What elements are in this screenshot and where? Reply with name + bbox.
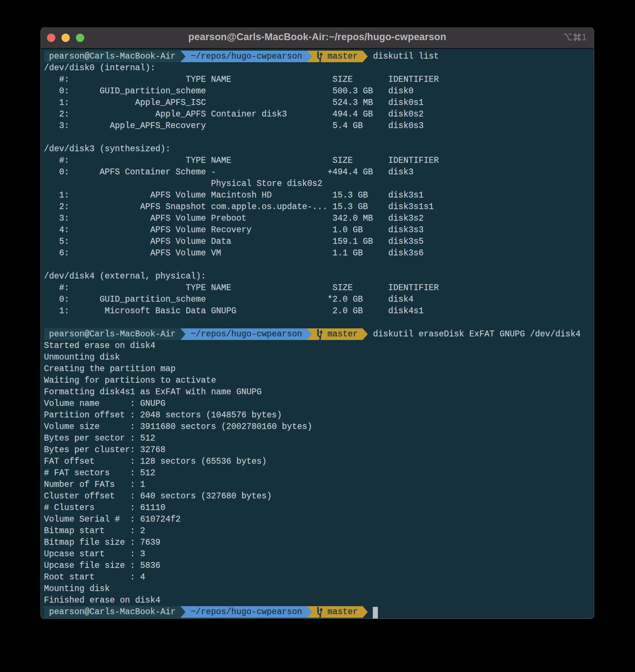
svg-text:1: 1 (582, 33, 587, 42)
